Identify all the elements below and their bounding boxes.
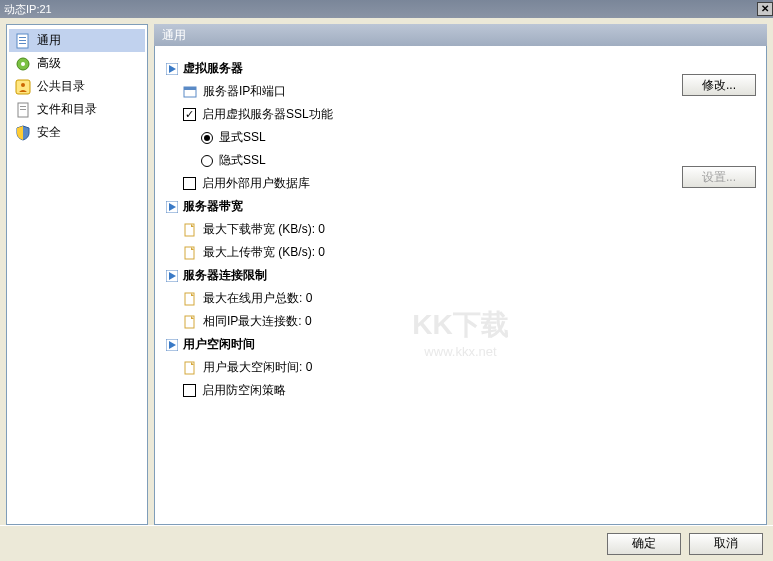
window-title: 动态IP:21 bbox=[4, 2, 52, 17]
doc-icon bbox=[183, 292, 197, 306]
svg-rect-3 bbox=[19, 43, 26, 44]
section-title: 服务器连接限制 bbox=[183, 267, 267, 284]
label: 相同IP最大连接数: 0 bbox=[203, 313, 312, 330]
section-bandwidth: 服务器带宽 bbox=[165, 198, 756, 215]
sidebar-item-label: 文件和目录 bbox=[37, 101, 97, 118]
modify-button[interactable]: 修改... bbox=[682, 74, 756, 96]
svg-rect-10 bbox=[20, 109, 26, 110]
radio-explicit-ssl[interactable] bbox=[201, 132, 213, 144]
section-title: 服务器带宽 bbox=[183, 198, 243, 215]
checkbox-enable-ssl[interactable] bbox=[183, 108, 196, 121]
content-header: 通用 bbox=[154, 24, 767, 46]
file-icon bbox=[15, 102, 31, 118]
dialog-footer: 确定 取消 bbox=[0, 525, 773, 561]
content-body: KK下载 www.kkx.net 虚拟服务器 修改... 服务器IP和端口 bbox=[154, 46, 767, 525]
close-button[interactable]: ✕ bbox=[757, 2, 773, 16]
arrow-right-icon bbox=[165, 269, 179, 283]
row-server-ip-port: 服务器IP和端口 bbox=[183, 83, 756, 100]
label: 显式SSL bbox=[219, 129, 266, 146]
label: 隐式SSL bbox=[219, 152, 266, 169]
checkbox-anti-idle[interactable] bbox=[183, 384, 196, 397]
row-implicit-ssl[interactable]: 隐式SSL bbox=[201, 152, 756, 169]
row-max-download: 最大下载带宽 (KB/s): 0 bbox=[183, 221, 756, 238]
label: 用户最大空闲时间: 0 bbox=[203, 359, 312, 376]
arrow-right-icon bbox=[165, 200, 179, 214]
row-explicit-ssl[interactable]: 显式SSL bbox=[201, 129, 756, 146]
sidebar-item-files-dirs[interactable]: 文件和目录 bbox=[9, 98, 145, 121]
page-icon bbox=[15, 33, 31, 49]
row-same-ip-max: 相同IP最大连接数: 0 bbox=[183, 313, 756, 330]
radio-implicit-ssl[interactable] bbox=[201, 155, 213, 167]
label: 服务器IP和端口 bbox=[203, 83, 286, 100]
doc-icon bbox=[183, 223, 197, 237]
row-enable-ssl[interactable]: 启用虚拟服务器SSL功能 bbox=[183, 106, 756, 123]
label: 最大下载带宽 (KB/s): 0 bbox=[203, 221, 325, 238]
label: 最大在线用户总数: 0 bbox=[203, 290, 312, 307]
arrow-right-icon bbox=[165, 338, 179, 352]
doc-icon bbox=[183, 361, 197, 375]
cancel-button[interactable]: 取消 bbox=[689, 533, 763, 555]
sidebar-item-security[interactable]: 安全 bbox=[9, 121, 145, 144]
row-enable-external-db[interactable]: 启用外部用户数据库 bbox=[183, 175, 756, 192]
svg-point-7 bbox=[21, 83, 25, 87]
window-icon bbox=[183, 85, 197, 99]
content-title: 通用 bbox=[162, 27, 186, 44]
sidebar-item-label: 安全 bbox=[37, 124, 61, 141]
ok-button[interactable]: 确定 bbox=[607, 533, 681, 555]
row-enable-anti-idle[interactable]: 启用防空闲策略 bbox=[183, 382, 756, 399]
section-idle: 用户空闲时间 bbox=[165, 336, 756, 353]
label: 启用虚拟服务器SSL功能 bbox=[202, 106, 333, 123]
sidebar-item-label: 高级 bbox=[37, 55, 61, 72]
titlebar: 动态IP:21 ✕ bbox=[0, 0, 773, 18]
shield-icon bbox=[15, 125, 31, 141]
sidebar-item-advanced[interactable]: 高级 bbox=[9, 52, 145, 75]
sidebar-item-label: 公共目录 bbox=[37, 78, 85, 95]
svg-rect-9 bbox=[20, 106, 26, 107]
checkbox-external-db[interactable] bbox=[183, 177, 196, 190]
section-connection-limit: 服务器连接限制 bbox=[165, 267, 756, 284]
svg-point-5 bbox=[21, 62, 25, 66]
settings-button: 设置... bbox=[682, 166, 756, 188]
sidebar-item-public-dir[interactable]: 公共目录 bbox=[9, 75, 145, 98]
public-icon bbox=[15, 79, 31, 95]
label: 启用外部用户数据库 bbox=[202, 175, 310, 192]
arrow-right-icon bbox=[165, 62, 179, 76]
doc-icon bbox=[183, 246, 197, 260]
sidebar-item-label: 通用 bbox=[37, 32, 61, 49]
row-max-upload: 最大上传带宽 (KB/s): 0 bbox=[183, 244, 756, 261]
section-title: 用户空闲时间 bbox=[183, 336, 255, 353]
gear-icon bbox=[15, 56, 31, 72]
sidebar: 通用 高级 公共目录 文件和目录 bbox=[6, 24, 148, 525]
row-max-online-users: 最大在线用户总数: 0 bbox=[183, 290, 756, 307]
label: 最大上传带宽 (KB/s): 0 bbox=[203, 244, 325, 261]
row-max-idle: 用户最大空闲时间: 0 bbox=[183, 359, 756, 376]
svg-rect-14 bbox=[184, 87, 196, 90]
label: 启用防空闲策略 bbox=[202, 382, 286, 399]
doc-icon bbox=[183, 315, 197, 329]
svg-rect-1 bbox=[19, 37, 26, 38]
svg-rect-2 bbox=[19, 40, 26, 41]
section-virtual-server: 虚拟服务器 bbox=[165, 60, 756, 77]
sidebar-item-general[interactable]: 通用 bbox=[9, 29, 145, 52]
section-title: 虚拟服务器 bbox=[183, 60, 243, 77]
